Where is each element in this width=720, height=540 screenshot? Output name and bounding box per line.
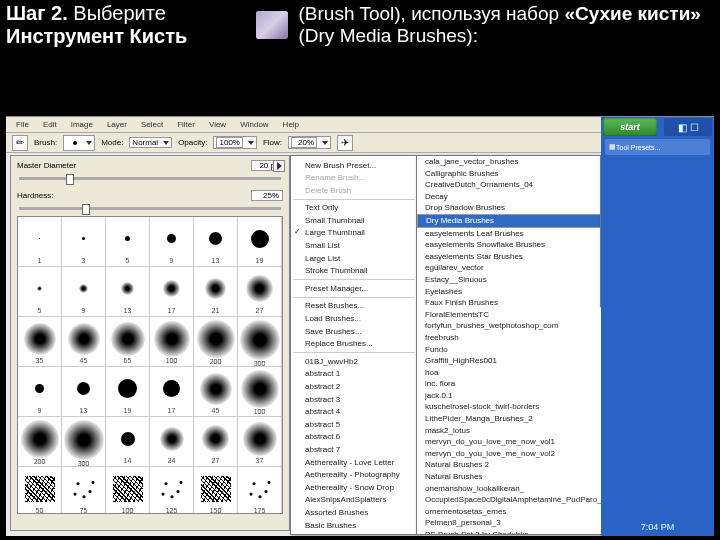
brush-set-item[interactable]: hoa [417,367,601,379]
brush-thumb[interactable]: 27 [238,267,282,317]
menu-item[interactable]: Rename Brush... [291,172,417,185]
brush-set-item[interactable]: Dry Media Brushes [417,214,601,228]
menu-item[interactable]: Large List [291,252,417,265]
menu-item[interactable]: abstract 5 [291,418,417,431]
brush-thumb[interactable]: 14 [106,417,150,467]
brush-thumb[interactable]: 9 [18,367,62,417]
brush-set-item[interactable]: inc. flora [417,378,601,390]
brush-set-item[interactable]: Graffiti_HighRes001 [417,355,601,367]
menu-item[interactable]: abstract 7 [291,443,417,456]
brush-thumb[interactable]: 19 [106,367,150,417]
brush-set-item[interactable]: jack.0.1 [417,390,601,402]
brush-thumb[interactable]: 27 [194,417,238,467]
brush-set-item[interactable]: Faux Finish Brushes [417,297,601,309]
menu-view[interactable]: View [203,119,232,130]
brush-set-item[interactable]: Drop Shadow Brushes [417,202,601,214]
brush-set-item[interactable]: onemanshow_lookalikeran_ [417,483,601,495]
brush-thumb[interactable]: 5 [18,267,62,317]
brush-thumb[interactable]: 13 [194,217,238,267]
brush-thumb[interactable]: 150 [194,467,238,514]
brush-thumb[interactable]: 13 [62,367,106,417]
opacity-field[interactable]: 100% [213,136,256,149]
brush-set-item[interactable]: easyelements Star Brushes [417,251,601,263]
menu-item[interactable]: Delete Brush [291,184,417,197]
brush-thumb[interactable]: 45 [194,367,238,417]
menu-item[interactable]: abstract 4 [291,406,417,419]
menu-item[interactable]: Preset Manager... [291,282,417,295]
menu-item[interactable]: Aethereality - Photography [291,469,417,482]
airbrush-icon[interactable]: ✈ [337,135,353,151]
brush-set-item[interactable]: mervyn_do_you_love_me_now_vol2 [417,448,601,460]
menu-item[interactable]: abstract 3 [291,393,417,406]
brush-set-item[interactable]: Fundo [417,344,601,356]
brush-thumb[interactable]: 75 [62,467,106,514]
brush-thumb[interactable]: 300 [238,317,282,367]
brush-set-item[interactable]: kuschelrosel-stock_twirl-borders [417,401,601,413]
brush-set-item[interactable]: Estacy__Sinuous [417,274,601,286]
menu-edit[interactable]: Edit [37,119,63,130]
brush-tool-icon[interactable]: ✏ [12,135,28,151]
menu-item[interactable]: AlexSnipsAndSplatters [291,494,417,507]
menu-item[interactable]: abstract 1 [291,368,417,381]
menu-item[interactable]: Save Brushes... [291,325,417,338]
brush-thumb[interactable]: 17 [150,367,194,417]
brush-set-item[interactable]: mervyn_do_you_love_me_now_vol1 [417,436,601,448]
taskbar-item[interactable]: ▦ Tool Presets... [605,139,710,155]
hardness-value[interactable]: 25% [251,190,283,201]
brush-set-item[interactable]: Natural Brushes 2 [417,459,601,471]
brush-preset-picker[interactable] [63,135,95,151]
brush-thumb[interactable]: 17 [150,267,194,317]
brush-set-item[interactable]: easyelements Snowflake Brushes [417,239,601,251]
brush-thumb[interactable]: 5 [106,217,150,267]
brush-set-item[interactable]: mask2_lotus [417,425,601,437]
hardness-slider[interactable] [19,207,281,210]
brush-set-item[interactable]: Pelmen8_personal_3 [417,517,601,529]
menu-file[interactable]: File [10,119,35,130]
brush-thumb[interactable]: 100 [150,317,194,367]
brush-set-item[interactable]: fortyfun_brushes_wetphotoshop_com [417,320,601,332]
brush-thumb[interactable]: 300 [62,417,106,467]
menu-item[interactable]: 01BJ_wwvHb2 [291,355,417,368]
brush-set-item[interactable]: freebrush [417,332,601,344]
menu-item[interactable]: Basic Brushes [291,519,417,532]
brush-thumb[interactable]: 9 [62,267,106,317]
menu-item[interactable]: New Brush Preset... [291,159,417,172]
brush-set-item[interactable]: ornementosetas_emes [417,506,601,518]
brush-thumb[interactable]: 100 [238,367,282,417]
menu-item[interactable]: Load Brushes... [291,313,417,326]
brush-set-item[interactable]: easyelements Leaf Brushes [417,228,601,240]
menu-item[interactable]: brushes 03 [291,532,417,535]
brush-thumb[interactable]: 13 [106,267,150,317]
menu-select[interactable]: Select [135,119,169,130]
brush-thumb[interactable]: 9 [150,217,194,267]
menu-filter[interactable]: Filter [171,119,201,130]
menu-item[interactable]: Assorted Brushes [291,506,417,519]
brush-set-item[interactable]: CreativeDutch_Ornaments_04 [417,179,601,191]
menu-layer[interactable]: Layer [101,119,133,130]
menu-item[interactable]: Aethereality - Snow Drop [291,481,417,494]
menu-item[interactable]: Reset Brushes... [291,300,417,313]
brush-thumb[interactable]: 200 [194,317,238,367]
brush-thumb[interactable]: 175 [238,467,282,514]
brush-thumb[interactable]: 19 [238,217,282,267]
brush-thumb[interactable]: 125 [150,467,194,514]
menu-window[interactable]: Window [234,119,274,130]
menu-item[interactable]: abstract 2 [291,381,417,394]
flow-field[interactable]: 20% [288,136,331,149]
diameter-slider[interactable] [19,177,281,180]
menu-image[interactable]: Image [65,119,99,130]
start-button[interactable]: start [603,118,657,136]
menu-item[interactable]: Large Thumbnail [291,227,417,240]
blend-mode-select[interactable]: Normal [129,137,172,148]
menu-item[interactable]: Replace Brushes... [291,338,417,351]
brush-set-item[interactable]: eguilarev_vector [417,262,601,274]
brush-thumb[interactable]: 37 [238,417,282,467]
brush-set-item[interactable]: OccupiedSpace0cDigitalAmphetamine_PudPar… [417,494,601,506]
brush-thumb[interactable]: 1 [18,217,62,267]
brush-thumb[interactable]: 65 [106,317,150,367]
brush-set-item[interactable]: Decay [417,191,601,203]
panel-flyout-button[interactable] [273,160,285,172]
brush-set-item[interactable]: Eyelashes [417,286,601,298]
brush-set-item[interactable]: Natural Brushes [417,471,601,483]
system-tray[interactable]: ◧☐ [664,118,712,136]
